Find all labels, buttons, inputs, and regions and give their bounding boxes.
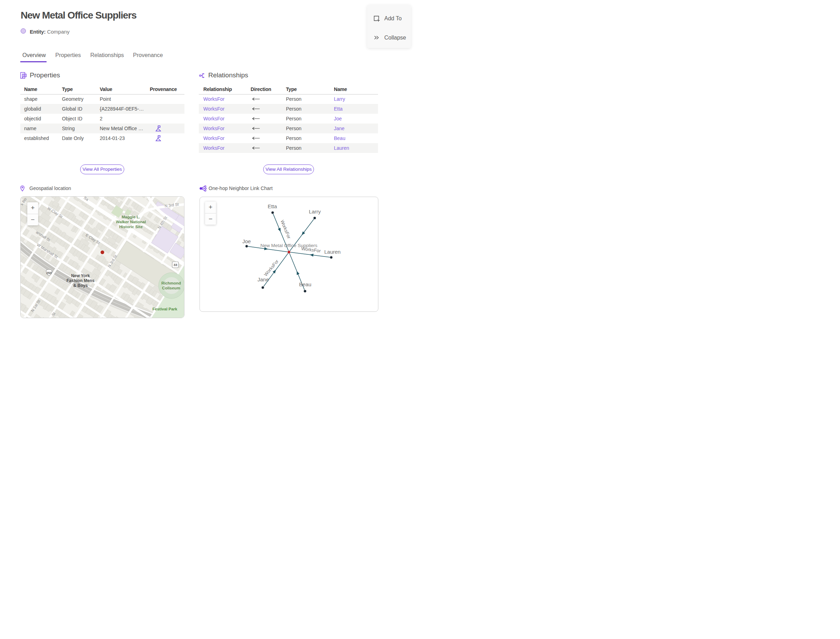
svg-text:Fashion Mens: Fashion Mens [67,278,94,283]
svg-text:Larry: Larry [309,208,321,215]
svg-text:Coliseum: Coliseum [162,286,180,290]
svg-text:Beau: Beau [299,281,311,287]
svg-text:Lauren: Lauren [325,249,341,255]
svg-text:Etta: Etta [268,203,277,209]
svg-text:New York: New York [71,273,90,278]
svg-text:Richmond: Richmond [161,281,181,285]
svg-text:Maggie L.: Maggie L. [121,215,140,219]
svg-text:Historic Site: Historic Site [119,225,142,229]
svg-text:WorksFor: WorksFor [280,219,292,239]
svg-text:Jane: Jane [258,277,269,282]
svg-text:Joe: Joe [242,238,251,244]
svg-text:Festival Park: Festival Park [153,307,178,311]
svg-text:WorksFor: WorksFor [301,246,321,254]
svg-text:33: 33 [173,263,177,267]
svg-text:Walker National: Walker National [116,220,146,224]
svg-text:& Boys: & Boys [73,283,88,288]
svg-text:250: 250 [46,271,51,275]
